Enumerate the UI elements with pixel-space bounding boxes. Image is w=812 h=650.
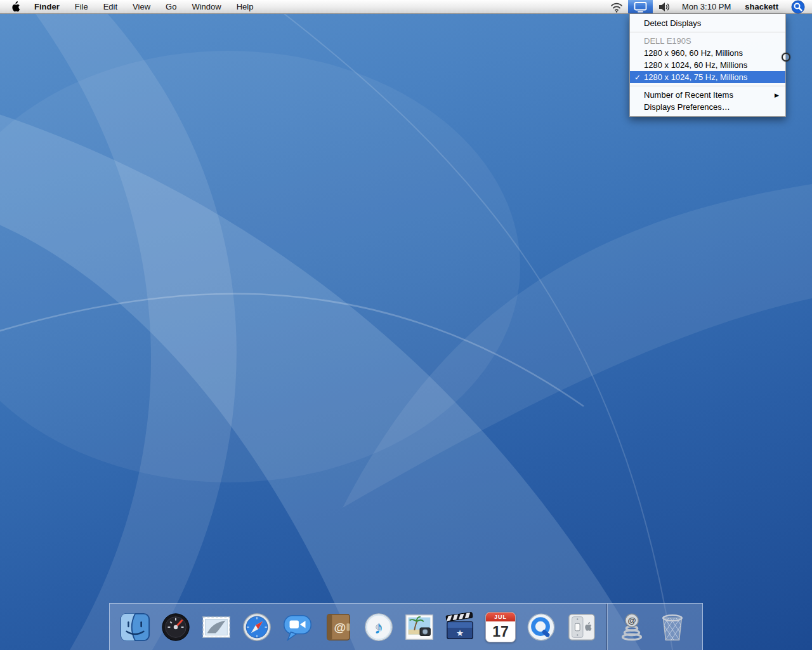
apple-icon (11, 1, 20, 12)
menu-help[interactable]: Help (229, 0, 261, 13)
menu-item-label: 1280 x 1024, 60 Hz, Millions (644, 60, 747, 70)
dock-item-safari[interactable] (238, 608, 276, 646)
menu-item-label: DELL E190S (644, 36, 691, 46)
menu-window[interactable]: Window (184, 0, 228, 13)
menu-bar-clock[interactable]: Mon 3:10 PM (676, 0, 737, 13)
dock: @ ♪ (109, 603, 703, 650)
dock-item-system-preferences[interactable] (563, 608, 601, 646)
ical-day: 17 (486, 621, 515, 642)
menu-item-resolution-1280x960-60[interactable]: 1280 x 960, 60 Hz, Millions (630, 47, 785, 59)
airport-menu-extra[interactable] (605, 0, 628, 13)
svg-text:@: @ (334, 620, 346, 633)
menu-item-displays-preferences[interactable]: Displays Preferences… (630, 101, 785, 113)
menu-separator (630, 86, 785, 86)
dock-item-ical[interactable]: JUL 17 (481, 608, 520, 646)
address-book-icon: @ (322, 611, 354, 643)
spotlight-icon (791, 0, 805, 14)
user-switch-menu[interactable]: shackett (737, 0, 786, 13)
dock-separator (606, 604, 607, 650)
svg-text:★: ★ (456, 628, 464, 638)
dock-item-imovie[interactable]: ★ (441, 608, 479, 646)
dock-item-url-link[interactable]: @ (613, 608, 651, 646)
menu-item-label: 1280 x 960, 60 Hz, Millions (644, 48, 743, 58)
dock-item-dashboard[interactable] (157, 608, 195, 646)
dock-item-itunes[interactable]: ♪ (360, 608, 398, 646)
ical-month: JUL (486, 613, 515, 621)
menu-item-number-of-recent-items[interactable]: Number of Recent Items ▶ (630, 89, 785, 101)
menu-item-detect-displays[interactable]: Detect Displays (630, 17, 785, 29)
menu-item-label: Number of Recent Items (644, 90, 733, 100)
submenu-arrow-icon: ▶ (775, 92, 779, 98)
dock-item-ichat[interactable] (278, 608, 317, 646)
checkmark-icon: ✓ (634, 73, 644, 82)
apple-menu[interactable] (5, 0, 27, 13)
mail-icon (200, 611, 232, 643)
dock-item-address-book[interactable]: @ (319, 608, 357, 646)
spotlight-menu[interactable] (786, 0, 810, 13)
dashboard-icon (160, 611, 192, 643)
menu-edit[interactable]: Edit (96, 0, 125, 13)
volume-menu-extra[interactable] (653, 0, 676, 13)
ical-icon: JUL 17 (485, 612, 516, 642)
menu-bar-right: Mon 3:10 PM shackett (605, 0, 812, 13)
menu-view[interactable]: View (125, 0, 158, 13)
ichat-icon (282, 611, 313, 643)
itunes-icon: ♪ (363, 611, 395, 643)
menu-item-label: Detect Displays (644, 18, 701, 28)
mouse-cursor (782, 53, 790, 62)
dock-item-quicktime[interactable] (522, 608, 560, 646)
dock-item-finder[interactable] (116, 608, 154, 646)
finder-icon (119, 611, 151, 643)
imovie-icon: ★ (444, 611, 476, 643)
menu-item-resolution-812x650-60[interactable]: 1280 x 1024, 60 Hz, Millions (630, 59, 785, 71)
displays-menu-dropdown: Detect Displays DELL E190S 1280 x 960, 6… (629, 14, 786, 117)
system-preferences-icon (566, 611, 598, 643)
svg-text:@: @ (627, 616, 636, 625)
displays-icon (633, 1, 648, 13)
menu-separator (630, 32, 785, 32)
dock-item-trash[interactable] (653, 608, 691, 646)
safari-icon (241, 611, 273, 643)
menu-bar: Finder File Edit View Go Window Help (0, 0, 812, 14)
menu-go[interactable]: Go (158, 0, 184, 13)
menu-item-label: 1280 x 1024, 75 Hz, Millions (644, 72, 747, 82)
desktop: Finder File Edit View Go Window Help (0, 0, 812, 650)
url-spring-icon: @ (616, 611, 648, 643)
menu-finder[interactable]: Finder (27, 0, 67, 13)
iphoto-icon (403, 611, 435, 643)
trash-icon (657, 611, 688, 643)
menu-item-resolution-812x650-75[interactable]: ✓ 1280 x 1024, 75 Hz, Millions (630, 71, 785, 83)
menu-item-display-name: DELL E190S (630, 35, 785, 47)
dock-item-mail[interactable] (197, 608, 235, 646)
displays-menu-extra[interactable] (628, 0, 653, 13)
wifi-icon (610, 1, 623, 13)
svg-text:♪: ♪ (374, 616, 383, 637)
menu-item-label: Displays Preferences… (644, 102, 730, 112)
quicktime-icon (525, 611, 557, 643)
menu-bar-left: Finder File Edit View Go Window Help (0, 0, 261, 13)
volume-icon (658, 2, 671, 12)
menu-file[interactable]: File (67, 0, 96, 13)
dock-item-iphoto[interactable] (400, 608, 438, 646)
